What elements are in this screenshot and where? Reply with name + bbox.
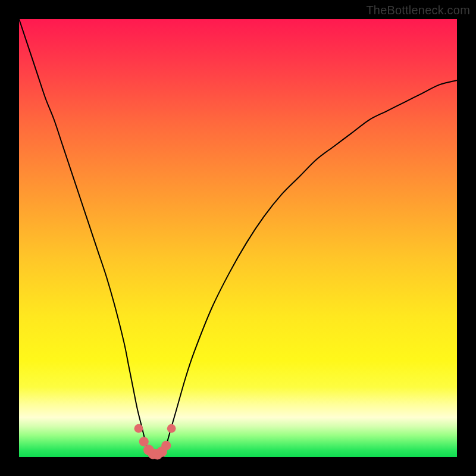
chart-series-group: [19, 19, 457, 457]
watermark-text: TheBottleneck.com: [366, 4, 470, 17]
valley-marker: [167, 424, 176, 433]
left-curve: [19, 19, 151, 457]
valley-marker: [161, 441, 171, 450]
valley-marker: [134, 424, 143, 433]
valley-markers: [134, 424, 176, 460]
right-curve: [164, 80, 457, 457]
chart-frame: TheBottleneck.com: [0, 0, 476, 476]
chart-svg: [19, 19, 457, 457]
